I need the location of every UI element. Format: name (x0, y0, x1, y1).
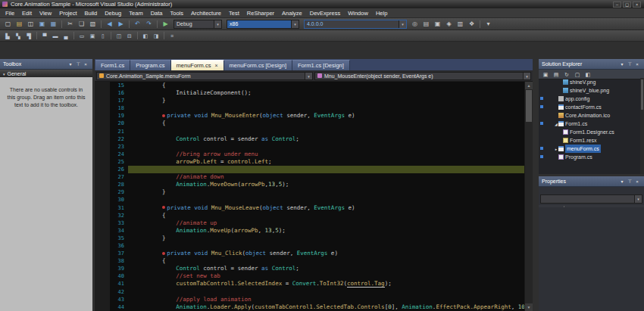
close-icon[interactable]: × (634, 61, 640, 68)
code-text[interactable] (135, 128, 524, 135)
window-position-icon[interactable]: ▾ (67, 61, 73, 68)
pin-icon[interactable]: ⊤ (627, 61, 633, 68)
code-line[interactable]: 17 } (95, 97, 524, 104)
indicator-margin[interactable] (95, 296, 110, 303)
tree-item-menuform-cs[interactable]: ▸menuForm.cs (539, 145, 640, 153)
menu-architecture[interactable]: Architecture (187, 8, 225, 18)
scroll-up-icon[interactable]: ▲ (525, 82, 533, 89)
code-text[interactable]: Animation.MoveUp(arrowPb, 13,5); (135, 227, 524, 235)
tab-menuform-cs-design[interactable]: menuForm.cs [Design] (224, 60, 292, 70)
solution-explorer-header[interactable]: Solution Explorer ▾⊤× (539, 59, 644, 70)
window-position-icon[interactable]: ▾ (619, 61, 625, 68)
code-line[interactable]: 30 (95, 196, 524, 204)
minimize-button[interactable]: – (613, 2, 621, 8)
code-text[interactable]: } (135, 188, 524, 196)
object-browser-icon[interactable]: ◈ (444, 19, 454, 29)
chevron-down-icon[interactable]: ▾ (523, 73, 530, 79)
show-all-files-icon[interactable]: ▤ (552, 70, 561, 79)
indicator-margin[interactable] (95, 250, 110, 257)
open-file-icon[interactable]: ▤ (14, 19, 24, 29)
menu-edit[interactable]: Edit (18, 8, 36, 18)
indicator-margin[interactable] (95, 97, 110, 104)
code-line[interactable]: 35 } (95, 235, 524, 242)
indicator-margin[interactable] (95, 212, 110, 219)
indicator-margin[interactable] (95, 135, 110, 143)
tree-item-app-config[interactable]: app.config (539, 95, 640, 103)
add-item-icon[interactable]: ◫ (26, 19, 36, 29)
tab-menuform-cs[interactable]: menuForm.cs× (171, 60, 224, 70)
indicator-margin[interactable] (95, 242, 110, 250)
code-editor[interactable]: 15 {16 InitializeComponent();17 }1819 pr… (95, 82, 524, 311)
indicator-margin[interactable] (95, 303, 110, 311)
code-line[interactable]: 22 Control control = sender as Control; (95, 135, 524, 143)
indicator-margin[interactable] (95, 204, 110, 212)
menu-devexpress[interactable]: DevExpress (306, 8, 344, 18)
toolbox-icon[interactable]: ▥ (455, 19, 465, 29)
code-line[interactable]: 20 { (95, 120, 524, 127)
code-text[interactable]: } (135, 97, 524, 104)
view-designer-icon[interactable]: ◧ (583, 70, 592, 79)
copy-icon[interactable]: ❏ (77, 19, 86, 29)
tree-item-contactform-cs[interactable]: contactForm.cs (539, 103, 640, 111)
tree-scrollbar[interactable] (640, 78, 644, 174)
paste-icon[interactable]: ▧ (88, 19, 98, 29)
tree-item-form1-designer-cs[interactable]: Form1.Designer.cs (539, 128, 640, 136)
align-tops-icon[interactable]: ▀ (40, 31, 49, 41)
code-text[interactable] (135, 166, 524, 173)
code-line[interactable]: 36 (95, 242, 524, 250)
menu-help[interactable]: Help (372, 8, 391, 18)
code-line[interactable]: 26 (95, 166, 524, 173)
solution-platform-combo[interactable]: x86 ▾ (227, 20, 299, 29)
align-middles-icon[interactable]: ▬ (51, 31, 60, 41)
indicator-margin[interactable] (95, 120, 110, 127)
view-code-icon[interactable]: ▢ (573, 70, 582, 79)
same-size-icon[interactable]: ▣ (88, 31, 97, 41)
indicator-margin[interactable] (95, 89, 110, 97)
toolbar-options-icon[interactable]: ▾ (483, 19, 493, 29)
scroll-down-icon[interactable]: ▼ (525, 303, 533, 311)
menu-file[interactable]: File (2, 8, 18, 18)
code-line[interactable]: 18 (95, 104, 524, 112)
chevron-down-icon[interactable]: ▾ (634, 195, 642, 203)
code-line[interactable]: 42 (95, 288, 524, 296)
properties-header[interactable]: Properties ▾⊤× (539, 176, 644, 187)
code-line[interactable]: 27 //animate down (95, 173, 524, 181)
code-line[interactable]: 32 { (95, 212, 524, 219)
horizontal-spacing-icon[interactable]: ◫ (114, 31, 123, 41)
indicator-margin[interactable] (95, 196, 110, 204)
scrollbar-thumb[interactable] (641, 79, 643, 110)
pin-icon[interactable]: ⊤ (627, 178, 633, 185)
chevron-down-icon[interactable]: ▾ (214, 20, 221, 28)
code-line[interactable]: 28 Animation.MoveDown(arrowPb,13,5); (95, 181, 524, 188)
indicator-margin[interactable] (95, 288, 110, 296)
start-debug-icon[interactable]: ▶ (161, 19, 170, 29)
code-text[interactable] (135, 242, 524, 250)
bring-to-front-icon[interactable]: ◧ (141, 31, 150, 41)
members-combo[interactable]: Mnu_MouseEnter(object sender, EventArgs … (314, 72, 531, 80)
code-text[interactable]: { (135, 257, 524, 265)
code-text[interactable]: Control control = sender as Control; (135, 265, 524, 272)
navigate-backward-icon[interactable]: ◀ (105, 19, 114, 29)
menu-resharper[interactable]: ReSharper (243, 8, 278, 18)
same-width-icon[interactable]: ▭ (77, 31, 86, 41)
code-text[interactable]: } (135, 235, 524, 242)
tab-form1-cs-design[interactable]: Form1.cs [Design] (292, 60, 350, 70)
align-centers-icon[interactable]: ▚ (14, 31, 23, 41)
menu-build[interactable]: Build (81, 8, 102, 18)
tab-program-cs[interactable]: Program.cs (130, 60, 170, 70)
code-text[interactable]: Control control = sender as Control; (135, 135, 524, 143)
editor-scrollbar[interactable]: ▲ ▼ (524, 82, 533, 311)
code-line[interactable]: 39 Control control = sender as Control; (95, 265, 524, 272)
close-icon[interactable]: × (83, 61, 89, 68)
code-line[interactable]: 31 private void Mnu_MouseLeave(object se… (95, 204, 524, 212)
close-icon[interactable]: × (214, 63, 217, 68)
object-combo[interactable]: ▾ (540, 194, 642, 204)
tree-item-program-cs[interactable]: Program.cs (539, 153, 640, 161)
indicator-margin[interactable] (95, 104, 110, 112)
undo-icon[interactable]: ↶ (133, 19, 142, 29)
framework-version-combo[interactable]: 4.0.0.0 ▾ (304, 20, 407, 29)
code-line[interactable]: 44 Animation.Loader.Apply(customTabContr… (95, 303, 524, 311)
code-text[interactable]: Animation.Loader.Apply(customTabControl1… (135, 303, 524, 311)
indicator-margin[interactable] (95, 257, 110, 265)
code-text[interactable]: //apply load animation (135, 296, 524, 303)
